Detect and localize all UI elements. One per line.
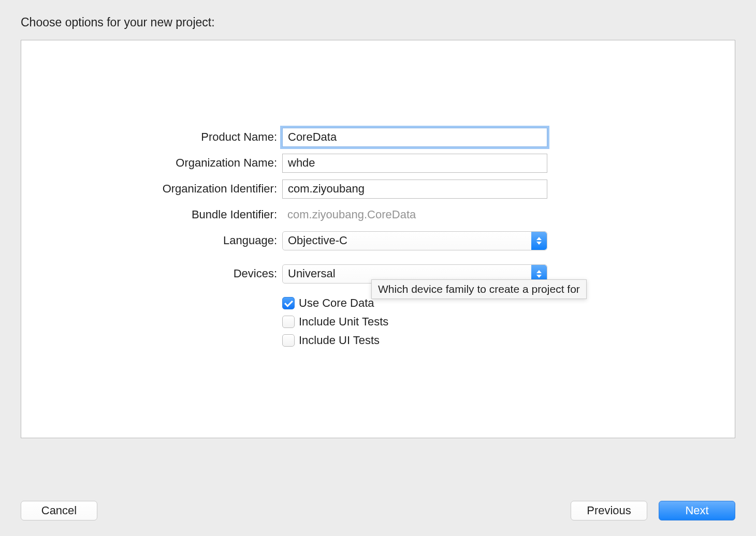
product-name-input[interactable]	[282, 128, 547, 147]
language-select[interactable]: Objective-C	[282, 231, 547, 250]
include-unit-tests-checkbox[interactable]	[282, 316, 295, 328]
label-organization-name: Organization Name:	[21, 156, 282, 170]
include-unit-tests-label: Include Unit Tests	[299, 315, 388, 329]
organization-identifier-input[interactable]	[282, 180, 547, 199]
cancel-button[interactable]: Cancel	[21, 501, 97, 520]
project-form: Product Name: Organization Name: Organiz…	[21, 124, 735, 350]
devices-select-value: Universal	[288, 267, 336, 280]
label-organization-identifier: Organization Identifier:	[21, 182, 282, 196]
label-devices: Devices:	[21, 267, 282, 280]
label-bundle-identifier: Bundle Identifier:	[21, 208, 282, 221]
form-panel: Product Name: Organization Name: Organiz…	[21, 40, 735, 438]
dialog-heading: Choose options for your new project:	[21, 16, 735, 29]
use-core-data-checkbox[interactable]	[282, 297, 295, 309]
label-language: Language:	[21, 234, 282, 247]
row-product-name: Product Name:	[21, 124, 735, 150]
row-ui-tests: Include UI Tests	[21, 331, 735, 350]
chevron-updown-icon	[531, 232, 547, 250]
organization-name-input[interactable]	[282, 154, 547, 173]
row-devices: Devices: Universal Which device family t…	[21, 261, 735, 287]
row-language: Language: Objective-C	[21, 228, 735, 254]
bundle-identifier-value: com.ziyoubang.CoreData	[282, 208, 547, 221]
devices-tooltip: Which device family to create a project …	[371, 279, 587, 299]
dialog-button-bar: Cancel Previous Next	[21, 501, 735, 520]
new-project-dialog: Choose options for your new project: Pro…	[0, 0, 756, 536]
row-organization-name: Organization Name:	[21, 150, 735, 176]
label-product-name: Product Name:	[21, 130, 282, 144]
previous-button[interactable]: Previous	[571, 501, 647, 520]
next-button[interactable]: Next	[659, 501, 735, 520]
language-select-value: Objective-C	[288, 234, 347, 247]
include-ui-tests-checkbox[interactable]	[282, 334, 295, 347]
use-core-data-label: Use Core Data	[299, 296, 374, 310]
row-bundle-identifier: Bundle Identifier: com.ziyoubang.CoreDat…	[21, 202, 735, 228]
row-organization-identifier: Organization Identifier:	[21, 176, 735, 202]
include-ui-tests-label: Include UI Tests	[299, 334, 380, 347]
row-unit-tests: Include Unit Tests	[21, 312, 735, 331]
